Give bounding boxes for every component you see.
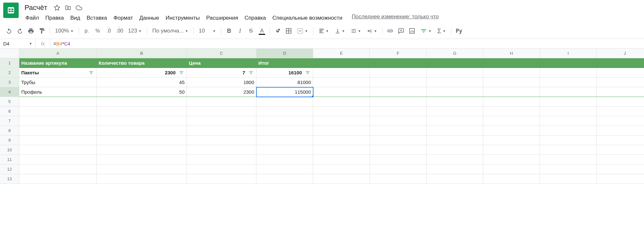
cell[interactable] xyxy=(427,126,483,136)
cell[interactable] xyxy=(540,87,597,97)
italic-button[interactable]: I xyxy=(235,26,245,36)
row-header[interactable]: 10 xyxy=(0,145,19,155)
cell[interactable] xyxy=(187,116,256,126)
cell[interactable] xyxy=(256,145,313,155)
cell[interactable] xyxy=(187,164,256,174)
formula-input[interactable]: =B4*C4 xyxy=(50,41,644,46)
cell[interactable] xyxy=(313,174,370,184)
cell[interactable] xyxy=(540,68,597,78)
cell[interactable] xyxy=(187,145,256,155)
move-icon[interactable] xyxy=(65,5,71,11)
cell[interactable] xyxy=(540,155,597,164)
row-header[interactable]: 4 xyxy=(0,87,19,97)
header-cell[interactable]: Итог xyxy=(256,58,313,68)
star-icon[interactable] xyxy=(54,5,60,11)
borders-button[interactable] xyxy=(284,26,294,36)
cell[interactable] xyxy=(370,174,427,184)
cell[interactable] xyxy=(483,136,540,145)
cell[interactable] xyxy=(427,155,483,164)
cell[interactable] xyxy=(540,164,597,174)
column-header[interactable]: C xyxy=(187,49,256,58)
cell[interactable] xyxy=(597,97,644,107)
cell[interactable] xyxy=(97,145,187,155)
cell[interactable] xyxy=(187,174,256,184)
cell[interactable]: 45 xyxy=(97,78,187,87)
cell[interactable] xyxy=(427,164,483,174)
column-header[interactable]: D xyxy=(256,49,313,58)
cell[interactable] xyxy=(313,87,370,97)
cell[interactable] xyxy=(370,68,427,78)
cell[interactable] xyxy=(483,107,540,116)
cell[interactable] xyxy=(483,97,540,107)
menu-accessibility[interactable]: Специальные возможности xyxy=(270,14,345,23)
cell[interactable]: 7 xyxy=(187,68,256,78)
cell[interactable] xyxy=(540,136,597,145)
cell[interactable] xyxy=(597,107,644,116)
row-header[interactable]: 6 xyxy=(0,107,19,116)
header-cell[interactable]: Количество товара xyxy=(97,58,187,68)
cell[interactable]: Профиль xyxy=(19,87,97,97)
cell[interactable] xyxy=(313,136,370,145)
cell[interactable] xyxy=(427,174,483,184)
cell[interactable] xyxy=(483,116,540,126)
paint-format-button[interactable] xyxy=(37,26,47,36)
cell[interactable]: 2300 xyxy=(97,68,187,78)
cell[interactable] xyxy=(256,97,313,107)
merge-cells-dropdown[interactable]: ▼ xyxy=(294,26,311,36)
cell[interactable]: 1800 xyxy=(187,78,256,87)
text-wrap-dropdown[interactable]: ▼ xyxy=(348,26,364,36)
cell[interactable] xyxy=(483,78,540,87)
cell[interactable] xyxy=(540,116,597,126)
row-header[interactable]: 2 xyxy=(0,68,19,78)
cell[interactable] xyxy=(256,164,313,174)
font-size-dropdown[interactable]: 10▼ xyxy=(196,26,218,36)
cell[interactable] xyxy=(483,126,540,136)
cell[interactable] xyxy=(97,107,187,116)
cell[interactable] xyxy=(540,174,597,184)
column-header[interactable]: H xyxy=(483,49,540,58)
percent-button[interactable]: % xyxy=(92,26,103,36)
cell[interactable] xyxy=(540,107,597,116)
cell[interactable] xyxy=(97,126,187,136)
cell[interactable] xyxy=(370,164,427,174)
decrease-decimal-button[interactable]: .0← xyxy=(103,26,114,36)
menu-extensions[interactable]: Расширения xyxy=(203,14,241,23)
cell[interactable] xyxy=(540,97,597,107)
functions-dropdown[interactable]: Σ▼ xyxy=(435,26,448,36)
cell[interactable] xyxy=(483,145,540,155)
row-header[interactable]: 1 xyxy=(0,58,19,68)
cell[interactable] xyxy=(187,126,256,136)
cell[interactable] xyxy=(597,116,644,126)
cell[interactable]: Трубы xyxy=(19,78,97,87)
cell[interactable] xyxy=(97,164,187,174)
insert-link-button[interactable] xyxy=(385,26,395,36)
cell[interactable] xyxy=(97,116,187,126)
row-header[interactable]: 5 xyxy=(0,97,19,107)
redo-button[interactable] xyxy=(15,26,25,36)
row-header[interactable]: 13 xyxy=(0,174,19,184)
cell[interactable] xyxy=(370,145,427,155)
menu-file[interactable]: Файл xyxy=(23,14,42,23)
filter-icon[interactable] xyxy=(248,70,254,76)
cell[interactable] xyxy=(370,78,427,87)
cell[interactable] xyxy=(483,87,540,97)
column-header[interactable]: G xyxy=(427,49,483,58)
cell[interactable] xyxy=(19,116,97,126)
zoom-dropdown[interactable]: 100%▼ xyxy=(53,26,76,36)
cell[interactable] xyxy=(256,116,313,126)
cell[interactable] xyxy=(427,145,483,155)
cell[interactable] xyxy=(19,136,97,145)
insert-comment-button[interactable] xyxy=(396,26,406,36)
cell[interactable]: 50 xyxy=(97,87,187,97)
number-format-dropdown[interactable]: 123▼ xyxy=(125,26,144,36)
cell[interactable] xyxy=(313,97,370,107)
menu-insert[interactable]: Вставка xyxy=(84,14,110,23)
cell[interactable] xyxy=(187,155,256,164)
text-rotation-dropdown[interactable]: ▼ xyxy=(364,26,380,36)
cell[interactable] xyxy=(256,174,313,184)
document-title[interactable]: Расчёт xyxy=(23,3,49,13)
cell[interactable] xyxy=(483,174,540,184)
cell[interactable] xyxy=(597,164,644,174)
cell[interactable] xyxy=(370,97,427,107)
vertical-align-dropdown[interactable]: ▼ xyxy=(332,26,348,36)
